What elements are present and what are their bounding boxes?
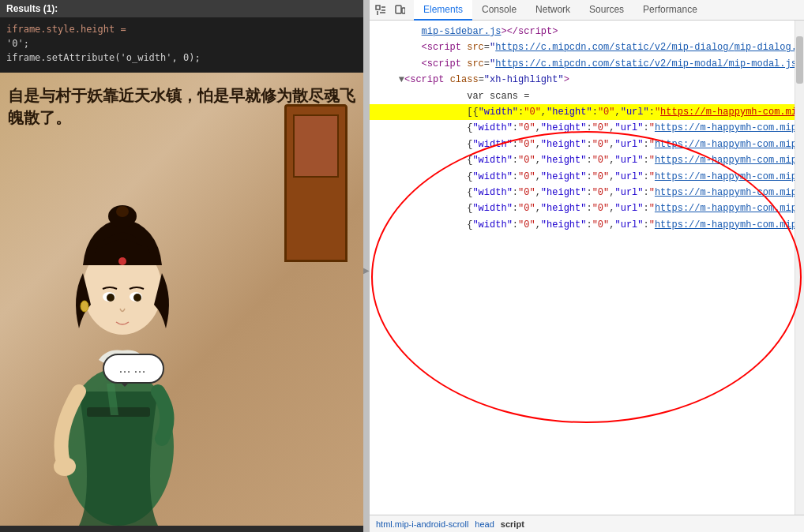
code-line-1: iframe.style.height = bbox=[6, 22, 357, 36]
link-mip-dialog-js[interactable]: mip-dialog.js bbox=[734, 42, 795, 53]
svg-rect-18 bbox=[402, 8, 405, 13]
breadcrumb-bar: html.mip-i-android-scroll head script bbox=[370, 515, 804, 532]
tab-network[interactable]: Network bbox=[526, 0, 580, 21]
device-icon[interactable] bbox=[392, 2, 408, 18]
code-line-3: iframe.setAttribute('o_width', 0); bbox=[6, 51, 357, 65]
code-row: {"width":"0","height":"0","url":"https:/… bbox=[370, 152, 795, 168]
code-row-highlighted: [{"width":"0","height":"0","url":"https:… bbox=[370, 104, 795, 120]
tab-elements[interactable]: Elements bbox=[414, 0, 472, 21]
results-bar: Results (1): bbox=[0, 0, 363, 17]
inspect-icon[interactable] bbox=[373, 2, 389, 18]
link-mip-sidebar[interactable]: mip-sidebar.js bbox=[422, 26, 502, 37]
link-mip-modal-js[interactable]: mip-modal.js bbox=[728, 58, 795, 69]
right-scrollbar[interactable] bbox=[795, 21, 804, 515]
link-img-0005[interactable]: https://m-happymh-com.mipcdn.com/i/image… bbox=[655, 171, 795, 182]
link-img-0007[interactable]: https://m-happymh-com.mipcdn.com/i/image… bbox=[655, 203, 795, 214]
link-img-partial[interactable]: https://m-happymh-com.mipcdn.com/i/image… bbox=[655, 219, 795, 230]
devtools-tabs: Elements Console Network Sources Perform… bbox=[370, 0, 804, 21]
tab-sources[interactable]: Sources bbox=[580, 0, 633, 21]
code-row: {"width":"0","height":"0","url":"https:/… bbox=[370, 120, 795, 136]
manga-character-svg bbox=[16, 115, 253, 526]
link-mip-dialog-path[interactable]: https://c.mipcdn.com/static/v2/mip-dialo… bbox=[495, 42, 734, 53]
code-row: mip-sidebar.js></script> bbox=[370, 24, 795, 39]
svg-point-10 bbox=[133, 294, 141, 302]
code-row: {"width":"0","height":"0","url":"https:/… bbox=[370, 200, 795, 216]
svg-rect-17 bbox=[396, 6, 401, 13]
code-block: iframe.style.height = '0'; iframe.setAtt… bbox=[0, 17, 363, 73]
code-row: <script src="https://c.mipcdn.com/static… bbox=[370, 56, 795, 72]
svg-rect-12 bbox=[376, 6, 380, 9]
link-img-0003[interactable]: https://m-happymh-com.mipcdn.com/i/image… bbox=[655, 139, 795, 150]
code-row: {"width":"0","height":"0","url":"https:/… bbox=[370, 137, 795, 152]
code-row: {"width":"0","height":"0","url":"https:/… bbox=[370, 169, 795, 185]
code-row: var scans = bbox=[370, 88, 795, 104]
scrollbar-thumb[interactable] bbox=[796, 36, 803, 84]
code-row: ▼<script class="xh-highlight"> bbox=[370, 72, 795, 88]
triangle-icon[interactable]: ▼ bbox=[399, 74, 404, 85]
link-img-0006[interactable]: https://m-happymh-com.mipcdn.com/i/image… bbox=[655, 187, 795, 198]
results-label: Results (1): bbox=[6, 3, 58, 14]
breadcrumb-head[interactable]: head bbox=[475, 519, 494, 529]
breadcrumb-html[interactable]: html.mip-i-android-scroll bbox=[376, 519, 468, 529]
left-panel: Results (1): iframe.style.height = '0'; … bbox=[0, 0, 363, 532]
link-img-0002[interactable]: https://m-happymh-com.mipcdn.com/i/image… bbox=[655, 122, 795, 133]
devtools-panel: Elements Console Network Sources Perform… bbox=[370, 0, 804, 532]
scrollbar-track[interactable] bbox=[795, 21, 804, 515]
code-row: <script src="https://c.mipcdn.com/static… bbox=[370, 39, 795, 55]
svg-point-6 bbox=[118, 257, 126, 265]
devtools-content: mip-sidebar.js></script> <script src="ht… bbox=[370, 21, 804, 532]
code-line-2: '0'; bbox=[6, 36, 357, 51]
tab-console[interactable]: Console bbox=[472, 0, 526, 21]
door-element bbox=[284, 104, 348, 262]
breadcrumb-script[interactable]: script bbox=[501, 519, 524, 529]
tab-icons bbox=[373, 2, 408, 18]
panel-divider[interactable] bbox=[363, 0, 370, 532]
link-img-0001[interactable]: https://m-happymh-com.mipcdn.com/i/image… bbox=[660, 107, 795, 118]
svg-point-5 bbox=[116, 206, 129, 217]
svg-point-2 bbox=[54, 457, 76, 476]
code-row: {"width":"0","height":"0","url":"https:/… bbox=[370, 185, 795, 200]
door-panel bbox=[293, 114, 339, 178]
code-viewer[interactable]: mip-sidebar.js></script> <script src="ht… bbox=[370, 21, 795, 515]
svg-point-11 bbox=[81, 301, 88, 312]
svg-rect-1 bbox=[87, 407, 150, 417]
link-img-0004[interactable]: https://m-happymh-com.mipcdn.com/i/image… bbox=[655, 155, 795, 166]
svg-point-9 bbox=[107, 294, 115, 302]
speech-bubble: …… bbox=[103, 354, 164, 384]
manga-area: 自是与村于妖靠近天水镇，怕是早就修为散尽魂飞魄散了。 bbox=[0, 73, 363, 526]
tab-performance[interactable]: Performance bbox=[633, 0, 707, 21]
link-mip-modal-path[interactable]: https://c.mipcdn.com/static/v2/mip-modal… bbox=[495, 58, 728, 69]
code-row: {"width":"0","height":"0","url":"https:/… bbox=[370, 217, 795, 233]
